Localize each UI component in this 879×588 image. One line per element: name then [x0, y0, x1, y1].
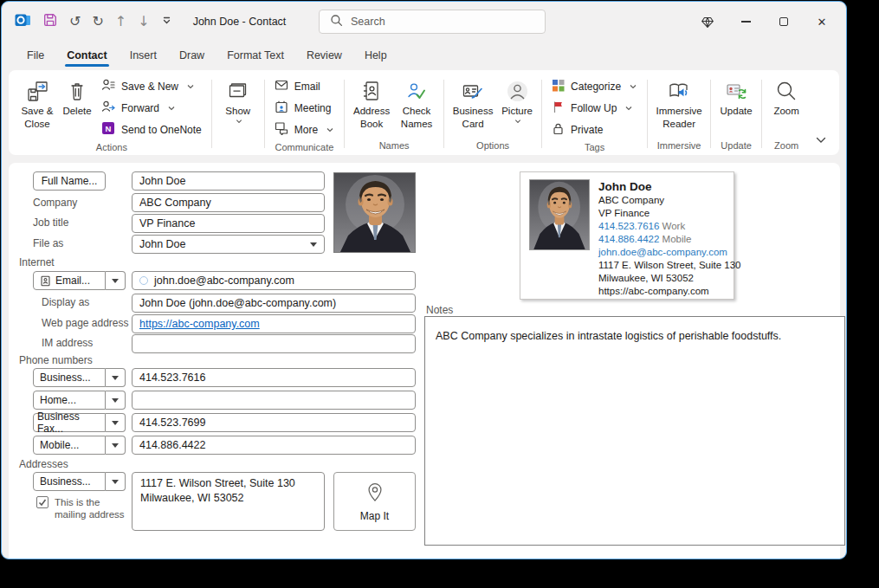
save-new-icon [101, 78, 115, 94]
phone-home-input[interactable] [132, 391, 416, 410]
update-button[interactable]: Update [715, 73, 757, 118]
diamond-icon[interactable] [688, 6, 727, 37]
phone-type-mobile-button[interactable]: Mobile... [33, 436, 126, 455]
business-card-button[interactable]: Business Card [449, 73, 497, 131]
more-button[interactable]: More [269, 119, 339, 140]
categorize-button[interactable]: Categorize [546, 75, 643, 97]
ribbon-group-immersive: Immersive Reader Immersive [650, 73, 708, 155]
phone-type-dropdown[interactable] [106, 368, 126, 387]
email-type-dropdown[interactable] [106, 271, 126, 290]
chevron-down-icon [624, 104, 633, 113]
chevron-down-icon [235, 118, 243, 126]
move-up-button[interactable]: ↑ [115, 15, 126, 29]
phone-type-dropdown[interactable] [106, 391, 126, 410]
contact-photo[interactable] [333, 172, 416, 253]
show-icon [226, 77, 249, 105]
move-down-button[interactable]: ↓ [138, 15, 149, 29]
save-close-icon [26, 77, 49, 105]
show-button[interactable]: Show [217, 73, 260, 126]
search-icon [330, 14, 343, 30]
zoom-icon [775, 77, 798, 105]
job-title-input[interactable] [132, 214, 325, 233]
phone-numbers-section-label: Phone numbers [19, 354, 93, 366]
forward-label: Forward [121, 102, 159, 114]
phone-type-business-button[interactable]: Business... [33, 368, 126, 387]
tab-insert[interactable]: Insert [119, 43, 168, 69]
address-book-button[interactable]: Address Book [349, 73, 394, 131]
web-page-link[interactable]: https://abc-company.com [139, 318, 260, 330]
web-page-input[interactable]: https://abc-company.com [132, 314, 416, 333]
business-card-icon [462, 77, 485, 105]
meeting-icon [275, 100, 288, 116]
address-type-dropdown[interactable] [106, 472, 126, 491]
full-name-button[interactable]: Full Name... [33, 171, 106, 191]
tab-draw[interactable]: Draw [168, 43, 216, 69]
lock-icon [552, 122, 565, 138]
undo-button[interactable]: ↺ [69, 15, 81, 29]
map-it-button[interactable]: Map It [333, 472, 416, 531]
more-windows-icon [275, 121, 288, 138]
tab-contact[interactable]: Contact [55, 43, 119, 69]
company-input[interactable] [132, 193, 325, 212]
email-button[interactable]: Email [269, 75, 339, 97]
email-input[interactable]: john.doe@abc-company.com [132, 271, 416, 290]
send-onenote-label: Send to OneNote [121, 124, 202, 136]
private-button[interactable]: Private [546, 119, 643, 140]
email-type-button[interactable]: Email... [33, 271, 126, 290]
mailing-address-checkbox-row: This is the mailing address [36, 496, 126, 521]
meeting-label: Meeting [294, 102, 332, 114]
save-button[interactable] [42, 12, 58, 31]
tab-help[interactable]: Help [353, 43, 398, 69]
follow-up-button[interactable]: Follow Up [546, 97, 643, 119]
phone-business-input[interactable] [132, 368, 416, 387]
check-names-button[interactable]: Check Names [394, 73, 439, 131]
business-card-photo [529, 179, 590, 250]
check-names-label: Check Names [397, 105, 436, 131]
display-as-input[interactable] [132, 294, 416, 313]
delete-button[interactable]: Delete [58, 73, 96, 118]
forward-icon [101, 100, 115, 116]
phone-type-home-button[interactable]: Home... [33, 391, 126, 410]
phone-type-dropdown[interactable] [106, 436, 126, 455]
immersive-reader-icon [668, 77, 691, 105]
outlook-contact-window: ↺ ↻ ↑ ↓ John Doe - Contact Search [1, 1, 847, 559]
im-address-input[interactable] [132, 334, 416, 353]
address-textarea[interactable]: 1117 E. Wilson Street, Suite 130 Milwauk… [132, 472, 325, 531]
phone-type-dropdown[interactable] [106, 413, 126, 432]
titlebar-controls: ✕ [688, 6, 841, 37]
onenote-icon: N [101, 121, 115, 138]
file-as-select[interactable]: John Doe [132, 235, 325, 254]
redo-button[interactable]: ↻ [92, 15, 103, 29]
phone-mobile-input[interactable] [132, 436, 416, 455]
save-close-button[interactable]: Save & Close [16, 73, 58, 131]
customize-qat-chevron-icon[interactable] [161, 14, 172, 29]
notes-textarea[interactable]: ABC Company specializes in intrastate lo… [424, 316, 845, 546]
send-to-onenote-button[interactable]: N Send to OneNote [96, 119, 207, 140]
maximize-button[interactable] [765, 6, 803, 37]
address-type-button[interactable]: Business... [33, 472, 126, 491]
mailing-address-checkbox[interactable] [36, 496, 48, 508]
meeting-button[interactable]: Meeting [269, 97, 339, 119]
phone-business-fax-input[interactable] [132, 413, 416, 432]
picture-button[interactable]: Picture [497, 73, 537, 126]
email-label: Email [294, 81, 320, 93]
tab-format-text[interactable]: Format Text [216, 43, 295, 69]
close-button[interactable]: ✕ [803, 6, 841, 37]
zoom-button[interactable]: Zoom [766, 73, 806, 118]
phone-type-business-fax-button[interactable]: Business Fax... [33, 413, 126, 432]
collapse-ribbon-chevron-icon[interactable] [815, 132, 827, 148]
save-and-new-button[interactable]: Save & New [96, 75, 207, 97]
tab-review[interactable]: Review [295, 43, 353, 69]
group-label-update: Update [715, 139, 757, 155]
full-name-input[interactable] [132, 171, 325, 191]
ribbon-group-communicate: Email Meeting [267, 73, 342, 155]
tab-file[interactable]: File [16, 43, 55, 69]
forward-button[interactable]: Forward [96, 97, 207, 119]
minimize-button[interactable] [727, 6, 765, 37]
search-input[interactable]: Search [319, 10, 546, 34]
group-label-immersive: Immersive [652, 139, 706, 155]
follow-up-label: Follow Up [571, 102, 617, 114]
immersive-reader-button[interactable]: Immersive Reader [652, 73, 706, 131]
business-card-preview[interactable]: John Doe ABC Company VP Finance 414.523.… [520, 171, 734, 300]
im-address-label: IM address [42, 337, 93, 349]
